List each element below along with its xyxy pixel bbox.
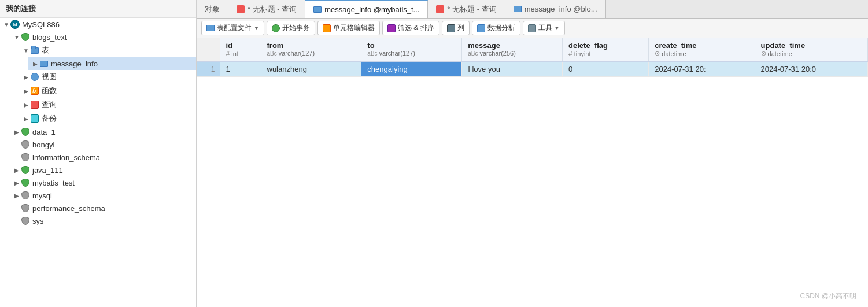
tools-button[interactable]: 工具 ▼ — [523, 21, 565, 35]
cell-update-time[interactable]: 2024-07-31 20:0 — [755, 61, 867, 77]
expand-icon-backup: ▶ — [22, 116, 30, 122]
cell-edit-icon — [323, 24, 331, 32]
expand-icon-data1: ▶ — [13, 129, 21, 135]
sidebar: 我的连接 ▼ M MySQL886 ▼ blogs_text ▼ 表 ▶ mes… — [0, 0, 197, 307]
col-name-id: id — [226, 41, 255, 50]
sidebar-item-hongyi[interactable]: hongyi — [9, 138, 196, 151]
db-icon-sys — [21, 216, 30, 225]
tools-icon — [528, 24, 536, 32]
col-header-from[interactable]: from aBc varchar(127) — [261, 38, 361, 61]
col-type-message: aBc varchar(256) — [468, 50, 556, 57]
sidebar-item-queries[interactable]: ▶ 查询 — [19, 98, 196, 112]
sidebar-item-mybatis-test[interactable]: ▶ mybatis_test — [9, 176, 196, 189]
tab-bar: 对象 * 无标题 - 查询 message_info @mybatis_t...… — [197, 0, 868, 19]
table-icon-msg — [39, 59, 49, 68]
cell-to[interactable]: chengaiying — [361, 61, 462, 77]
tools-label: 工具 — [538, 23, 552, 33]
col-header-message[interactable]: message aBc varchar(256) — [462, 38, 563, 61]
col-name-message: message — [468, 41, 556, 50]
filter-sort-label: 筛选 & 排序 — [398, 23, 434, 33]
row-number: 1 — [197, 61, 220, 77]
start-tx-label: 开始事务 — [282, 23, 310, 33]
sidebar-item-sys[interactable]: sys — [9, 214, 196, 227]
expand-icon-mysql: ▶ — [13, 193, 21, 199]
cell-delete-flag[interactable]: 0 — [563, 61, 649, 77]
col-header-create-time[interactable]: create_time ⊙ datetime — [649, 38, 755, 61]
tab-message-info[interactable]: message_info @mybatis_t... — [305, 0, 428, 18]
tab-untitled1[interactable]: * 无标题 - 查询 — [228, 0, 305, 18]
row-num-header — [197, 38, 220, 61]
expand-icon-mybatis: ▶ — [13, 180, 21, 186]
start-tx-button[interactable]: 开始事务 — [267, 21, 315, 35]
cols-icon — [447, 24, 455, 32]
query-icon — [30, 100, 39, 109]
sidebar-item-perf-schema[interactable]: performance_schema — [9, 202, 196, 214]
sidebar-item-mysql[interactable]: ▶ mysql — [9, 189, 196, 202]
col-type-from: aBc varchar(127) — [267, 50, 356, 57]
data-analysis-button[interactable]: 数据分析 — [472, 21, 520, 35]
sidebar-label-backups: 备份 — [42, 113, 57, 124]
mysql-icon: M — [10, 20, 20, 29]
table-area[interactable]: id # int from aBc varchar(127) — [197, 38, 868, 307]
col-header-to[interactable]: to aBc varchar(127) — [361, 38, 462, 61]
tab-message-info2-label: message_info @blo... — [525, 5, 597, 13]
db-icon-data1 — [21, 127, 30, 136]
filter-sort-button[interactable]: 筛选 & 排序 — [382, 21, 439, 35]
table-config-button[interactable]: 表配置文件 ▼ — [201, 21, 264, 35]
col-name-create-time: create_time — [655, 41, 748, 50]
sidebar-item-message-info[interactable]: ▶ message_info — [28, 57, 196, 70]
cell-message[interactable]: I love you — [462, 61, 563, 77]
col-name-from: from — [267, 41, 356, 50]
tab-message-info2[interactable]: message_info @blo... — [505, 0, 606, 18]
sidebar-item-java111[interactable]: ▶ java_111 — [9, 164, 196, 176]
sidebar-label-views: 视图 — [42, 72, 57, 82]
cell-from[interactable]: wulanzheng — [261, 61, 361, 77]
col-type-create-time: ⊙ datetime — [655, 50, 748, 57]
sidebar-label-performance-schema: performance_schema — [32, 204, 105, 213]
db-icon-perf — [21, 204, 30, 213]
columns-button[interactable]: 列 — [442, 21, 470, 35]
col-header-update-time[interactable]: update_time ⊙ datetime — [755, 38, 867, 61]
col-header-id[interactable]: id # int — [220, 38, 261, 61]
expand-icon-query: ▶ — [22, 102, 30, 108]
sidebar-item-backups[interactable]: ▶ 备份 — [19, 112, 196, 125]
col-type-id: # int — [226, 50, 255, 58]
sidebar-label-java111: java_111 — [32, 166, 63, 175]
sidebar-label-queries: 查询 — [42, 99, 57, 110]
sidebar-item-data1[interactable]: ▶ data_1 — [9, 125, 196, 138]
columns-label: 列 — [457, 23, 464, 33]
tab-object[interactable]: 对象 — [197, 0, 228, 18]
analysis-icon — [477, 24, 485, 32]
col-header-delete-flag[interactable]: delete_flag # tinyint — [563, 38, 649, 61]
sidebar-item-tables-folder[interactable]: ▼ 表 — [19, 43, 196, 57]
cell-id[interactable]: 1 — [220, 61, 261, 77]
tab-object-label: 对象 — [205, 4, 220, 14]
table-row[interactable]: 1 1 wulanzheng chengaiying I love you 0 … — [197, 61, 868, 77]
expand-icon: ▼ — [2, 21, 10, 28]
db-icon-mysql — [21, 191, 30, 200]
sidebar-label-blogs-text: blogs_text — [32, 33, 67, 42]
db-icon-blogs — [21, 32, 30, 42]
sidebar-label-sys: sys — [32, 217, 44, 225]
expand-icon-msg: ▶ — [31, 61, 39, 67]
data-analysis-label: 数据分析 — [487, 23, 515, 33]
sidebar-item-mysql886[interactable]: ▼ M MySQL886 — [0, 18, 196, 31]
sidebar-item-blogs-text[interactable]: ▼ blogs_text — [9, 31, 196, 43]
data-table: id # int from aBc varchar(127) — [197, 38, 868, 77]
sidebar-label-information-schema: information_schema — [32, 153, 100, 162]
cell-editor-button[interactable]: 单元格编辑器 — [317, 21, 380, 35]
col-name-delete-flag: delete_flag — [568, 41, 642, 50]
sidebar-item-views[interactable]: ▶ 视图 — [19, 70, 196, 84]
tab-untitled2[interactable]: * 无标题 - 查询 — [428, 0, 505, 18]
sidebar-header: 我的连接 — [0, 0, 196, 18]
cell-create-time[interactable]: 2024-07-31 20: — [649, 61, 755, 77]
sidebar-label-data1: data_1 — [32, 128, 56, 136]
expand-icon-tables: ▼ — [22, 47, 30, 54]
sidebar-item-functions[interactable]: ▶ fx 函数 — [19, 84, 196, 98]
tab-table-icon2 — [514, 6, 522, 12]
tools-dropdown: ▼ — [555, 25, 560, 31]
sidebar-item-information-schema[interactable]: information_schema — [9, 151, 196, 164]
col-type-update-time: ⊙ datetime — [761, 50, 862, 57]
col-type-to: aBc varchar(127) — [367, 50, 456, 57]
backup-icon — [30, 114, 39, 123]
